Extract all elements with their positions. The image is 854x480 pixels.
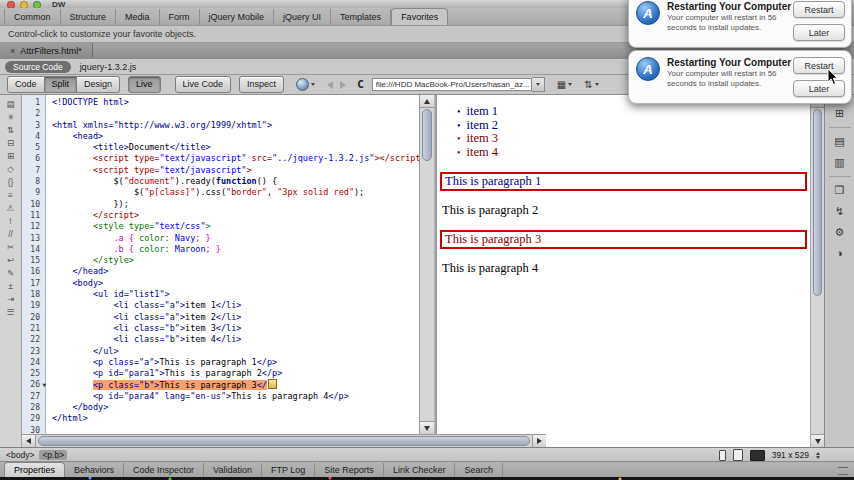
css-styles-panel-icon[interactable]: ▤ [834,131,844,152]
tablet-size-icon[interactable] [733,449,743,461]
code-scroll-thumb[interactable] [422,109,432,161]
code-line[interactable]: </html> [52,413,419,424]
indent-code-icon[interactable]: ⇥ [7,293,14,305]
code-navigator-icon[interactable]: ✳ [7,111,14,123]
preview-dropdown-icon[interactable] [311,83,315,86]
code-line[interactable]: <script type="text/javascript"> [52,165,419,176]
code-line[interactable]: <li class="a">item 1</li> [52,300,419,311]
expand-all-icon[interactable]: ⊞ [7,150,14,162]
design-list-item[interactable]: •item 4 [457,146,810,160]
file-management-dropdown-icon[interactable] [568,83,572,86]
code-line[interactable]: $("p[class]").css("border", "3px solid r… [52,187,419,198]
back-arrow-icon[interactable] [327,81,333,89]
format-source-icon[interactable]: ☰ [7,306,15,318]
history-panel-icon[interactable]: ◑ [836,243,843,264]
apply-comment-icon[interactable]: // [8,228,13,240]
code-text[interactable]: <!DOCTYPE html><html xmlns="http://www.w… [52,97,419,436]
inspect-button[interactable]: Inspect [239,76,284,93]
code-line[interactable]: <body> [52,278,419,289]
design-paragraph[interactable]: This is paragraph 1 [440,172,807,191]
tag-body[interactable]: <body> [6,450,34,460]
design-paragraph[interactable]: This is paragraph 4 [442,262,805,275]
code-line[interactable]: <li class="a">item 2</li> [52,312,419,323]
desktop-size-icon[interactable] [750,450,765,461]
code-line[interactable]: }); [52,199,419,210]
insert-tab-jquery-ui[interactable]: jQuery UI [274,9,331,25]
code-line[interactable]: <p id="para1">This is paragraph 2</p> [52,368,419,379]
document-tab[interactable]: × AttrFilters.html* [0,43,93,58]
panel-tab-site-reports[interactable]: Site Reports [315,463,384,477]
design-paragraph[interactable]: This is paragraph 3 [440,230,807,249]
code-line[interactable]: </body> [52,402,419,413]
panel-tab-behaviors[interactable]: Behaviors [65,463,124,477]
live-view-options-dropdown-icon[interactable] [595,83,599,86]
code-line[interactable]: <li class="b">item 4</li> [52,334,419,345]
code-line[interactable]: <!DOCTYPE html> [52,97,419,108]
window-size-value[interactable]: 391 x 529 [772,450,809,460]
later-button[interactable]: Later [793,24,845,41]
window-size-stepper-icon[interactable] [816,452,820,459]
open-documents-icon[interactable]: ▤ [6,98,14,110]
design-view[interactable]: •item 1•item 2•item 3•item 4 This is par… [437,95,810,447]
code-line[interactable]: <title>Document</title> [52,142,419,153]
insert-tab-favorites[interactable]: Favorites [391,8,448,25]
insert-panel-icon[interactable]: ⊞ [835,103,844,124]
design-scroll-down-icon[interactable] [811,434,824,447]
code-line[interactable]: <ul id="list1"> [52,289,419,300]
forward-arrow-icon[interactable] [340,81,346,89]
panel-tab-link-checker[interactable]: Link Checker [384,463,456,477]
collapse-full-tag-icon[interactable]: ⇅ [7,124,14,136]
code-line[interactable]: <p class="a">This is paragraph 1</p> [52,357,419,368]
split-view-button[interactable]: Split [45,76,78,93]
code-line[interactable]: <li class="b">item 3</li> [52,323,419,334]
panel-tab-code-inspector[interactable]: Code Inspector [124,463,204,477]
remove-comment-icon[interactable]: ✂ [7,241,14,253]
move-css-icon[interactable]: ± [8,280,13,292]
balance-braces-icon[interactable]: {} [8,176,14,188]
panel-tab-search[interactable]: Search [455,463,503,477]
file-management-icon[interactable]: ▦ [557,79,566,90]
code-line[interactable]: <style type="text/css"> [52,221,419,232]
code-hscroll-thumb[interactable] [38,436,530,446]
address-input[interactable]: file:///HDD MacBook-Pro/Users/hasan_az..… [372,78,532,91]
collapse-selection-icon[interactable]: ⊟ [7,137,14,149]
code-line[interactable]: <head> [52,131,419,142]
design-list-item[interactable]: •item 3 [457,132,810,146]
insert-tab-form[interactable]: Form [160,9,200,25]
code-line[interactable]: $("document").ready(function() { [52,176,419,187]
code-line[interactable]: .b { color: Maroon; } [52,244,419,255]
wrap-tag-icon[interactable]: ↩ [7,254,14,266]
ap-elements-panel-icon[interactable]: ▥ [834,152,844,173]
related-file-jquery[interactable]: jquery-1.3.2.js [80,62,137,72]
code-view-button[interactable]: Code [7,76,45,93]
insert-tab-media[interactable]: Media [116,9,160,25]
design-list-item[interactable]: •item 2 [457,119,810,133]
recent-snippets-icon[interactable]: ✎ [7,267,14,279]
code-vertical-scrollbar[interactable] [419,95,434,447]
design-paragraph[interactable]: This is paragraph 2 [442,204,805,217]
insert-tab-common[interactable]: Common [4,9,61,25]
code-line[interactable]: </style> [52,255,419,266]
panel-grip-icon[interactable] [838,467,848,475]
design-view-button[interactable]: Design [77,76,120,93]
design-scroll-thumb[interactable] [813,109,822,296]
design-list-item[interactable]: •item 1 [457,105,810,119]
live-code-button[interactable]: Live Code [175,76,232,93]
code-line[interactable] [52,108,419,119]
code-line[interactable]: </head> [52,266,419,277]
code-line[interactable]: <script type="text/javascript" src="../j… [52,153,419,164]
code-line[interactable]: </script> [52,210,419,221]
scroll-left-icon[interactable] [22,435,36,447]
behaviors-panel-icon[interactable]: ↯ [835,201,844,222]
preview-in-browser-icon[interactable] [296,78,309,91]
code-line[interactable]: <html xmlns="http://www.w3.org/1999/xhtm… [52,120,419,131]
scroll-up-icon[interactable] [420,95,434,108]
insert-tab-templates[interactable]: Templates [331,9,391,25]
scroll-down-icon[interactable] [420,421,434,434]
insert-tab-jquery-mobile[interactable]: jQuery Mobile [200,9,275,25]
select-parent-tag-icon[interactable]: ◇ [7,163,14,175]
syntax-error-alerts-icon[interactable]: ! [9,215,11,227]
close-document-icon[interactable]: × [10,46,15,56]
refresh-icon[interactable]: C [357,78,364,91]
design-vertical-scrollbar[interactable] [810,95,824,447]
